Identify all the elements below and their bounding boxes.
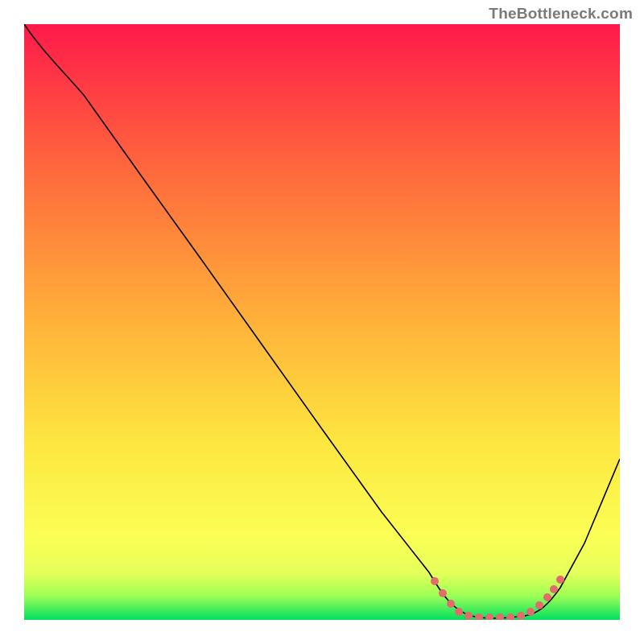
svg-point-13 xyxy=(550,585,558,593)
bottleneck-chart xyxy=(24,24,620,620)
svg-point-10 xyxy=(526,608,535,616)
svg-point-12 xyxy=(543,593,551,601)
svg-point-11 xyxy=(535,601,543,609)
svg-point-4 xyxy=(464,612,473,620)
svg-point-1 xyxy=(439,589,447,597)
svg-point-3 xyxy=(455,608,463,616)
watermark-text: TheBottleneck.com xyxy=(489,5,633,23)
gradient-background xyxy=(24,24,620,620)
svg-point-9 xyxy=(517,612,525,620)
svg-point-0 xyxy=(431,577,439,585)
svg-point-14 xyxy=(556,576,564,584)
svg-point-2 xyxy=(447,600,455,608)
